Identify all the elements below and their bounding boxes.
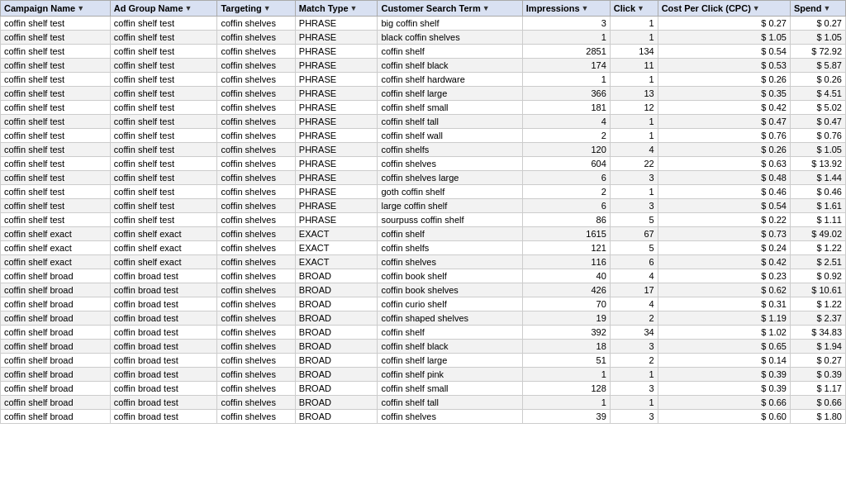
filter-icon-cost_per_click[interactable]: ▼ — [753, 4, 760, 12]
data-table: Campaign Name ▼Ad Group Name ▼Targeting … — [0, 0, 846, 424]
cell-campaign_name: coffin shelf test — [1, 213, 111, 227]
cell-impressions: 121 — [522, 241, 610, 255]
column-header-targeting[interactable]: Targeting ▼ — [217, 1, 295, 17]
cell-clicks: 1 — [610, 368, 658, 382]
table-row: coffin shelf testcoffin shelf testcoffin… — [1, 17, 846, 31]
cell-cost_per_click: $ 0.73 — [658, 227, 790, 241]
table-row: coffin shelf testcoffin shelf testcoffin… — [1, 185, 846, 199]
cell-impressions: 18 — [522, 340, 610, 354]
cell-customer_search_term: large coffin shelf — [378, 199, 522, 213]
cell-impressions: 181 — [522, 101, 610, 115]
cell-cost_per_click: $ 0.54 — [658, 45, 790, 59]
cell-match_type: EXACT — [295, 241, 378, 255]
cell-campaign_name: coffin shelf broad — [1, 311, 111, 326]
cell-customer_search_term: coffin shelf — [378, 45, 522, 59]
column-header-match_type[interactable]: Match Type ▼ — [295, 1, 378, 17]
cell-impressions: 120 — [522, 143, 610, 157]
cell-targeting: coffin shelves — [217, 143, 295, 157]
cell-ad_group_name: coffin broad test — [110, 283, 217, 297]
cell-spend: $ 1.61 — [790, 199, 845, 213]
filter-icon-targeting[interactable]: ▼ — [264, 4, 271, 12]
cell-clicks: 1 — [610, 17, 658, 31]
cell-campaign_name: coffin shelf test — [1, 17, 111, 31]
cell-ad_group_name: coffin shelf test — [110, 17, 217, 31]
cell-cost_per_click: $ 0.14 — [658, 354, 790, 368]
cell-spend: $ 10.61 — [790, 283, 845, 297]
column-header-impressions[interactable]: Impressions ▼ — [522, 1, 610, 17]
cell-campaign_name: coffin shelf broad — [1, 396, 111, 410]
cell-spend: $ 0.46 — [790, 185, 845, 199]
cell-match_type: BROAD — [295, 354, 378, 368]
cell-campaign_name: coffin shelf exact — [1, 255, 111, 269]
cell-targeting: coffin shelves — [217, 199, 295, 213]
column-header-ad_group_name[interactable]: Ad Group Name ▼ — [110, 1, 217, 17]
cell-cost_per_click: $ 0.66 — [658, 396, 790, 410]
column-label-campaign_name: Campaign Name — [4, 3, 75, 13]
table-row: coffin shelf broadcoffin broad testcoffi… — [1, 326, 846, 340]
cell-clicks: 1 — [610, 185, 658, 199]
table-row: coffin shelf broadcoffin broad testcoffi… — [1, 283, 846, 297]
cell-ad_group_name: coffin shelf test — [110, 101, 217, 115]
cell-spend: $ 1.80 — [790, 410, 845, 424]
column-header-clicks[interactable]: Click ▼ — [610, 1, 658, 17]
column-header-customer_search_term[interactable]: Customer Search Term ▼ — [378, 1, 522, 17]
column-header-campaign_name[interactable]: Campaign Name ▼ — [1, 1, 111, 17]
cell-campaign_name: coffin shelf test — [1, 101, 111, 115]
cell-cost_per_click: $ 0.31 — [658, 297, 790, 311]
column-header-spend[interactable]: Spend ▼ — [790, 1, 845, 17]
filter-icon-customer_search_term[interactable]: ▼ — [482, 4, 490, 12]
cell-ad_group_name: coffin broad test — [110, 326, 217, 340]
cell-customer_search_term: coffin shelf black — [378, 59, 522, 73]
table-row: coffin shelf testcoffin shelf testcoffin… — [1, 199, 846, 213]
cell-spend: $ 1.05 — [790, 31, 845, 45]
filter-icon-clicks[interactable]: ▼ — [637, 4, 644, 12]
cell-customer_search_term: coffin shelf wall — [378, 129, 522, 143]
cell-impressions: 1 — [522, 73, 610, 87]
filter-icon-ad_group_name[interactable]: ▼ — [185, 4, 192, 12]
cell-spend: $ 5.87 — [790, 59, 845, 73]
cell-spend: $ 1.11 — [790, 213, 845, 227]
cell-match_type: PHRASE — [295, 157, 378, 171]
filter-icon-campaign_name[interactable]: ▼ — [77, 4, 84, 12]
column-header-cost_per_click[interactable]: Cost Per Click (CPC) ▼ — [658, 1, 790, 17]
filter-icon-match_type[interactable]: ▼ — [350, 4, 358, 12]
cell-match_type: PHRASE — [295, 73, 378, 87]
cell-clicks: 3 — [610, 199, 658, 213]
cell-clicks: 67 — [610, 227, 658, 241]
cell-spend: $ 34.83 — [790, 326, 845, 340]
cell-impressions: 40 — [522, 269, 610, 283]
cell-ad_group_name: coffin shelf exact — [110, 227, 217, 241]
table-row: coffin shelf testcoffin shelf testcoffin… — [1, 45, 846, 59]
cell-impressions: 128 — [522, 382, 610, 396]
cell-targeting: coffin shelves — [217, 297, 295, 311]
cell-impressions: 3 — [522, 17, 610, 31]
cell-spend: $ 0.66 — [790, 396, 845, 410]
cell-match_type: BROAD — [295, 297, 378, 311]
cell-customer_search_term: coffin shelf tall — [378, 396, 522, 410]
filter-icon-impressions[interactable]: ▼ — [582, 4, 589, 12]
cell-ad_group_name: coffin shelf exact — [110, 255, 217, 269]
column-label-clicks: Click — [614, 3, 635, 13]
cell-spend: $ 1.22 — [790, 241, 845, 255]
cell-spend: $ 5.02 — [790, 101, 845, 115]
filter-icon-spend[interactable]: ▼ — [824, 4, 831, 12]
cell-impressions: 366 — [522, 87, 610, 101]
cell-match_type: PHRASE — [295, 171, 378, 185]
cell-match_type: PHRASE — [295, 185, 378, 199]
cell-impressions: 70 — [522, 297, 610, 311]
table-row: coffin shelf testcoffin shelf testcoffin… — [1, 31, 846, 45]
table-row: coffin shelf testcoffin shelf testcoffin… — [1, 101, 846, 115]
cell-match_type: PHRASE — [295, 213, 378, 227]
cell-targeting: coffin shelves — [217, 115, 295, 129]
cell-match_type: BROAD — [295, 368, 378, 382]
cell-impressions: 19 — [522, 311, 610, 326]
cell-ad_group_name: coffin shelf test — [110, 59, 217, 73]
cell-clicks: 1 — [610, 396, 658, 410]
cell-spend: $ 1.17 — [790, 382, 845, 396]
cell-targeting: coffin shelves — [217, 213, 295, 227]
cell-spend: $ 72.92 — [790, 45, 845, 59]
table-row: coffin shelf broadcoffin broad testcoffi… — [1, 354, 846, 368]
cell-campaign_name: coffin shelf broad — [1, 354, 111, 368]
column-label-targeting: Targeting — [221, 3, 261, 13]
cell-campaign_name: coffin shelf test — [1, 73, 111, 87]
